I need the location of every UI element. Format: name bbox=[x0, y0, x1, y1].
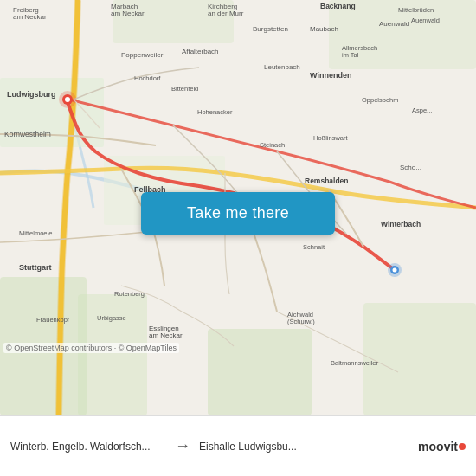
svg-rect-4 bbox=[363, 303, 476, 415]
svg-text:Affalterbach: Affalterbach bbox=[182, 48, 219, 55]
svg-text:Aspe...: Aspe... bbox=[412, 106, 432, 114]
svg-text:Mittelbrüden: Mittelbrüden bbox=[398, 6, 434, 14]
svg-point-57 bbox=[393, 268, 397, 273]
svg-rect-2 bbox=[78, 294, 147, 415]
svg-text:Leutenbach: Leutenbach bbox=[264, 63, 300, 71]
moovit-logo-text: moovit bbox=[418, 440, 458, 453]
svg-text:Urbigasse: Urbigasse bbox=[97, 314, 126, 322]
origin-label: Winterb. Engelb. Waldorfsch... bbox=[10, 441, 166, 453]
svg-rect-3 bbox=[208, 329, 312, 415]
map-attribution: © OpenStreetMap contributors · © OpenMap… bbox=[3, 343, 179, 353]
svg-text:Auenwald: Auenwald bbox=[379, 20, 409, 28]
svg-text:Hoßlinswart: Hoßlinswart bbox=[313, 134, 349, 142]
moovit-logo: moovit bbox=[418, 440, 466, 453]
arrow-icon: → bbox=[175, 437, 190, 455]
svg-text:Rotenberg: Rotenberg bbox=[114, 290, 145, 298]
moovit-logo-dot bbox=[459, 443, 466, 450]
svg-text:Stuttgart: Stuttgart bbox=[19, 263, 52, 272]
svg-text:im Tal: im Tal bbox=[342, 51, 359, 59]
svg-text:Maubach: Maubach bbox=[310, 25, 338, 33]
svg-text:Mittelmoele: Mittelmoele bbox=[19, 229, 52, 237]
svg-text:Kornwestheim: Kornwestheim bbox=[4, 130, 51, 138]
svg-text:Winterbach: Winterbach bbox=[381, 220, 421, 228]
svg-text:am Neckar: am Neckar bbox=[13, 13, 47, 21]
svg-text:am Neckar: am Neckar bbox=[111, 10, 145, 17]
svg-text:Oppelsbohm: Oppelsbohm bbox=[362, 96, 399, 104]
svg-text:Steinach: Steinach bbox=[260, 141, 285, 149]
bottom-bar: Winterb. Engelb. Waldorfsch... → Eishall… bbox=[0, 415, 476, 476]
svg-text:Bittenfeld: Bittenfeld bbox=[171, 85, 198, 93]
svg-text:Remshalden: Remshalden bbox=[305, 177, 349, 185]
svg-text:Winnenden: Winnenden bbox=[310, 71, 351, 80]
svg-text:Auenwald: Auenwald bbox=[411, 16, 440, 24]
svg-text:Poppenweiler: Poppenweiler bbox=[121, 51, 164, 59]
svg-text:Frauenkopf: Frauenkopf bbox=[36, 316, 70, 324]
svg-text:Schnait: Schnait bbox=[303, 243, 325, 251]
svg-text:Scho...: Scho... bbox=[400, 164, 421, 171]
destination-label: Eishalle Ludwigsbu... bbox=[199, 441, 355, 453]
svg-text:Baltmannsweiler: Baltmannsweiler bbox=[331, 359, 379, 367]
map-container: Freiberg am Neckar Marbach am Neckar Kir… bbox=[0, 0, 476, 415]
svg-text:Hohenacker: Hohenacker bbox=[197, 108, 233, 116]
svg-point-54 bbox=[65, 97, 70, 102]
svg-text:Hochdorf: Hochdorf bbox=[134, 74, 161, 82]
svg-text:(Schurw.): (Schurw.) bbox=[287, 318, 315, 325]
svg-text:am Neckar: am Neckar bbox=[149, 331, 183, 339]
svg-text:Ludwigsburg: Ludwigsburg bbox=[7, 90, 56, 99]
svg-text:Backnang: Backnang bbox=[320, 2, 356, 10]
svg-text:an der Murr: an der Murr bbox=[208, 10, 244, 17]
svg-text:Burgstetten: Burgstetten bbox=[253, 25, 288, 33]
take-me-there-button[interactable]: Take me there bbox=[141, 192, 335, 235]
